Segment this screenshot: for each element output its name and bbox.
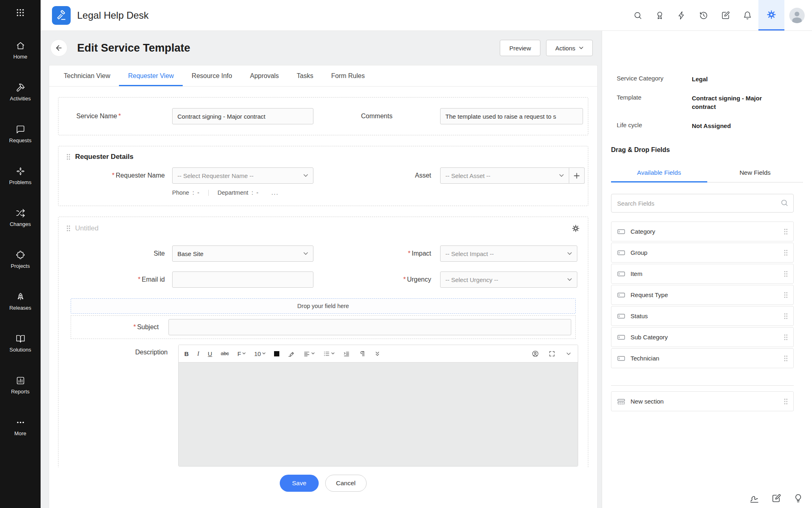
cancel-button[interactable]: Cancel	[325, 475, 367, 492]
field-item-category[interactable]: Category	[611, 221, 794, 241]
tab-new-fields[interactable]: New Fields	[707, 163, 803, 182]
drag-handle-icon[interactable]	[784, 313, 788, 319]
font-family-button[interactable]: F	[238, 350, 246, 357]
person-icon	[790, 9, 804, 23]
actions-button[interactable]: Actions	[546, 40, 593, 56]
drag-handle-icon[interactable]	[784, 398, 788, 405]
sidebar-item-problems[interactable]: Problems	[0, 155, 41, 197]
more-details-button[interactable]: ...	[271, 189, 279, 196]
drag-handle-icon[interactable]	[784, 250, 788, 256]
drag-handle-icon[interactable]	[784, 292, 788, 298]
requester-name-select[interactable]: -- Select Requester Name --	[172, 167, 313, 184]
list-button[interactable]	[323, 350, 335, 357]
underline-button[interactable]: U	[208, 350, 212, 357]
compose-icon[interactable]	[771, 493, 781, 503]
email-input[interactable]	[172, 271, 313, 288]
description-label: Description	[58, 345, 178, 467]
tab-requester-view[interactable]: Requester View	[119, 65, 183, 86]
field-item-item[interactable]: Item	[611, 264, 794, 284]
highlight-button[interactable]	[288, 350, 295, 357]
search-fields-input[interactable]	[611, 194, 794, 213]
add-asset-button[interactable]	[569, 167, 585, 184]
tab-form-rules[interactable]: Form Rules	[322, 65, 374, 86]
field-type-icon	[617, 354, 625, 363]
feedback-icon[interactable]	[715, 0, 736, 30]
field-item-sub-category[interactable]: Sub Category	[611, 327, 794, 347]
italic-button[interactable]: I	[197, 350, 199, 357]
description-textarea[interactable]	[179, 362, 578, 466]
collapse-toolbar-button[interactable]	[565, 350, 572, 357]
field-item-group[interactable]: Group	[611, 243, 794, 263]
fields-tabs: Available Fields New Fields	[611, 163, 803, 182]
field-drop-zone[interactable]: Drop your field here	[71, 298, 576, 314]
sidebar-item-label: Home	[13, 54, 28, 60]
font-color-button[interactable]	[274, 351, 279, 356]
site-select[interactable]: Base Site	[172, 245, 313, 262]
comments-input[interactable]	[440, 108, 583, 124]
drag-handle-icon[interactable]	[784, 355, 788, 362]
field-item-request-type[interactable]: Request Type	[611, 285, 794, 305]
service-name-input[interactable]	[172, 108, 313, 124]
save-button[interactable]: Save	[280, 475, 318, 492]
sidebar-item-activities[interactable]: Activities	[0, 71, 41, 113]
strikethrough-button[interactable]: abc	[221, 351, 229, 356]
more-formats-button[interactable]	[374, 350, 381, 357]
search-icon[interactable]	[627, 0, 649, 30]
field-item-status[interactable]: Status	[611, 306, 794, 326]
indent-button[interactable]	[343, 350, 350, 357]
bell-icon[interactable]	[736, 0, 758, 30]
chevron-down-icon	[262, 352, 266, 355]
sidebar-item-changes[interactable]: Changes	[0, 197, 41, 239]
font-size-button[interactable]: 10	[254, 350, 266, 357]
subject-field-row: *Subject	[71, 315, 576, 339]
impact-select[interactable]: -- Select Impact --	[440, 245, 577, 262]
sidebar-item-requests[interactable]: Requests	[0, 113, 41, 155]
asset-select[interactable]: -- Select Asset --	[440, 167, 569, 184]
phone-label: Phone	[172, 189, 189, 196]
lightning-icon[interactable]	[671, 0, 693, 30]
app-launcher-button[interactable]	[0, 0, 41, 25]
history-icon[interactable]	[693, 0, 715, 30]
preview-button[interactable]: Preview	[500, 40, 540, 56]
badge-icon[interactable]	[649, 0, 671, 30]
tab-resource-info[interactable]: Resource Info	[183, 65, 241, 86]
tab-technician-view[interactable]: Technician View	[55, 65, 119, 86]
subject-input[interactable]	[168, 319, 571, 335]
mention-user-button[interactable]	[532, 350, 539, 357]
back-button[interactable]	[50, 39, 67, 56]
sidebar-item-more[interactable]: More	[0, 406, 41, 448]
align-button[interactable]	[303, 350, 315, 357]
fullscreen-button[interactable]	[549, 350, 555, 357]
sidebar-item-reports[interactable]: Reports	[0, 364, 41, 406]
drag-handle-icon[interactable]	[784, 334, 788, 341]
drag-handle-icon[interactable]	[67, 225, 70, 232]
sidebar-item-solutions[interactable]: Solutions	[0, 322, 41, 364]
tab-approvals[interactable]: Approvals	[241, 65, 288, 86]
gavel-icon	[56, 10, 67, 21]
drag-handle-icon[interactable]	[784, 228, 788, 235]
signature-icon[interactable]	[749, 493, 759, 503]
field-item-technician[interactable]: Technician	[611, 348, 794, 368]
settings-tab-active[interactable]	[758, 0, 784, 30]
sidebar-item-releases[interactable]: Releases	[0, 280, 41, 322]
department-label: Department	[218, 189, 248, 196]
bold-button[interactable]: B	[184, 350, 189, 357]
subject-label: *Subject	[75, 323, 168, 331]
sidebar-item-home[interactable]: Home	[0, 29, 41, 71]
drag-handle-icon[interactable]	[67, 154, 70, 160]
drag-handle-icon[interactable]	[784, 271, 788, 277]
field-type-icon	[617, 291, 625, 299]
tab-tasks[interactable]: Tasks	[288, 65, 322, 86]
tab-available-fields[interactable]: Available Fields	[611, 163, 707, 182]
field-item-label: New section	[631, 398, 664, 405]
description-field-row: Description B I U abc F 10	[58, 345, 588, 467]
text-direction-button[interactable]	[358, 350, 365, 357]
section-settings-gear-icon[interactable]	[572, 224, 580, 232]
untitled-section: Untitled Site Base Site	[58, 217, 588, 467]
requester-details-section: Requester Details *Requester Name -- Sel…	[58, 146, 588, 206]
urgency-select[interactable]: -- Select Urgency --	[440, 271, 577, 288]
lightbulb-icon[interactable]	[793, 493, 803, 503]
sidebar-item-projects[interactable]: Projects	[0, 239, 41, 280]
user-avatar[interactable]	[789, 8, 805, 23]
new-section-item[interactable]: New section	[611, 391, 794, 411]
